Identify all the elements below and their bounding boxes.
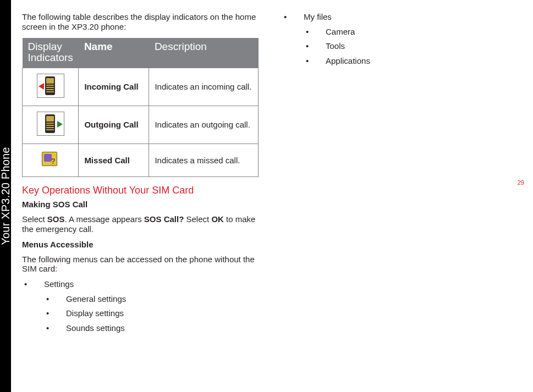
cell-desc: Indicates an incoming call. xyxy=(149,68,259,106)
t-bold: SOS Call? xyxy=(144,214,184,224)
list-item: General settings xyxy=(44,294,259,304)
table-row: Missed Call Indicates a missed call. xyxy=(23,143,259,177)
t: . A message appears xyxy=(65,214,144,224)
list-item-label: Tools xyxy=(326,41,345,51)
incoming-call-icon xyxy=(37,74,64,98)
list-item: Display settings xyxy=(44,308,259,318)
left-column: The following table describes the displa… xyxy=(22,12,259,338)
list-item: My files Camera Tools Applications xyxy=(282,12,513,66)
th-desc: Description xyxy=(149,38,259,68)
table-row: Outgoing Call Indicates an outgoing call… xyxy=(23,106,259,143)
page-body: The following table describes the displa… xyxy=(22,12,520,338)
t: Select xyxy=(184,214,211,224)
sidebar-section-text: Your XP3.20 Phone xyxy=(0,147,12,245)
list-item-label: General settings xyxy=(66,294,126,303)
list-item-label: My files xyxy=(304,12,332,21)
cell-icon xyxy=(23,68,79,106)
th-indicators: Display Indicators xyxy=(23,38,79,68)
sub-list: General settings Display settings Sounds… xyxy=(44,294,259,333)
table-head-row: Display Indicators Name Description xyxy=(23,38,259,68)
outgoing-call-icon xyxy=(37,112,64,136)
menus-intro: The following menus can be accessed on t… xyxy=(22,255,259,274)
menu-list-right: My files Camera Tools Applications xyxy=(282,12,513,66)
list-item: Settings General settings Display settin… xyxy=(22,279,259,333)
menus-subhead: Menus Accessible xyxy=(22,240,259,249)
list-item-label: Display settings xyxy=(66,308,124,318)
list-item-label: Applications xyxy=(326,56,370,65)
list-item: Tools xyxy=(304,41,513,51)
list-item: Sounds settings xyxy=(44,323,259,333)
cell-name: Outgoing Call xyxy=(79,106,149,143)
table-row: Incoming Call Indicates an incoming call… xyxy=(23,68,259,106)
intro-text: The following table describes the displa… xyxy=(22,12,259,31)
cell-name: Missed Call xyxy=(79,143,149,177)
list-item: Camera xyxy=(304,27,513,37)
indicators-table: Display Indicators Name Description Inco… xyxy=(22,38,259,177)
sos-subhead: Making SOS Call xyxy=(22,200,259,209)
t-bold: SOS xyxy=(47,214,65,224)
missed-call-icon xyxy=(40,150,62,169)
cell-name: Incoming Call xyxy=(79,68,149,106)
sub-list: Camera Tools Applications xyxy=(304,27,513,66)
cell-icon xyxy=(23,106,79,143)
t-bold: OK xyxy=(211,214,224,224)
red-heading: Key Operations Without Your SIM Card xyxy=(22,185,259,196)
right-column: My files Camera Tools Applications xyxy=(282,12,513,338)
list-item-label: Settings xyxy=(44,279,74,289)
cell-icon xyxy=(23,143,79,177)
t: Select xyxy=(22,214,47,224)
menu-list-left: Settings General settings Display settin… xyxy=(22,279,259,333)
cell-desc: Indicates an outgoing call. xyxy=(149,106,259,143)
list-item: Applications xyxy=(304,56,513,66)
th-name: Name xyxy=(79,38,149,68)
sos-paragraph: Select SOS. A message appears SOS Call? … xyxy=(22,214,259,234)
sidebar-section-label: Your XP3.20 Phone xyxy=(0,0,11,392)
cell-desc: Indicates a missed call. xyxy=(149,143,259,177)
list-item-label: Camera xyxy=(326,27,355,36)
list-item-label: Sounds settings xyxy=(66,323,125,333)
